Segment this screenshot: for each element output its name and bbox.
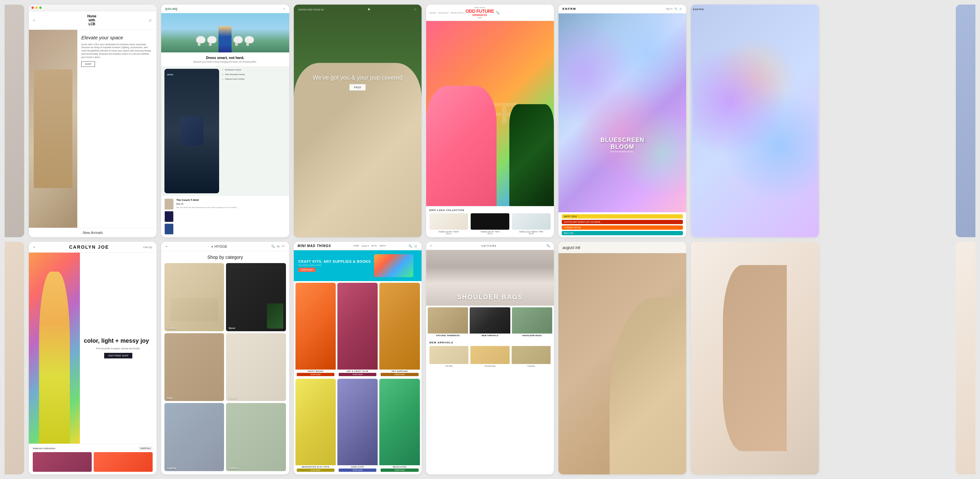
mini-cat-art-craft-glue[interactable]: ART & CRAFT GLUE SHOP NOW bbox=[337, 283, 378, 377]
sheep-5 bbox=[245, 36, 254, 43]
odd-search-icon[interactable]: 🔍 bbox=[496, 11, 500, 14]
lcb-browser-bar bbox=[29, 5, 157, 11]
valitude-cat-shoulder[interactable]: SHOULDER BAGS bbox=[512, 307, 552, 337]
valitude-cat-shoulder-label: SHOULDER BAGS bbox=[512, 334, 552, 337]
odd-product-3[interactable]: Dripping Logo Longshore - White $65.00 bbox=[512, 213, 550, 235]
hygge-cat-furniture[interactable]: Furniture bbox=[164, 263, 224, 331]
valitude-menu[interactable]: ≡ bbox=[430, 244, 432, 247]
card-home-lcb: ≡ Home with LCB 🛒 Elevate your space Hom… bbox=[29, 5, 157, 237]
mini-cat-hair-clips[interactable]: HAIR CLIPS SHOP NOW bbox=[337, 379, 378, 473]
lcb-menu-icon[interactable]: ≡ bbox=[33, 19, 35, 22]
lcb-description: Home with LCB is your destination for ti… bbox=[81, 43, 153, 59]
odd-nav-mystery[interactable]: Mystery Boxes bbox=[451, 12, 463, 14]
mini-cat-hair-clips-btn[interactable]: SHOP NOW bbox=[339, 468, 376, 472]
lcb-cart-icon[interactable]: 🛒 bbox=[149, 19, 152, 22]
hygge-menu[interactable]: ≡ bbox=[166, 245, 167, 248]
odd-nav-apparel[interactable]: Apparel bbox=[430, 12, 436, 14]
odd-product-2[interactable]: Dripping Logo Tee - Black $40.00 bbox=[471, 213, 509, 235]
tshirt-thumb-1[interactable] bbox=[164, 199, 173, 210]
bloom-link-justice[interactable]: JUSTICE ART BURN? LET US KNOW bbox=[562, 220, 683, 224]
mini-search-icon[interactable]: 🔍 bbox=[409, 244, 412, 248]
mini-cat-craft-boxes[interactable]: CRAFT BOXES SHOP NOW bbox=[296, 283, 336, 377]
lcb-shop-button[interactable]: SHOP bbox=[81, 61, 95, 67]
mini-cat-craft-boxes-btn[interactable]: SHOP NOW bbox=[297, 373, 334, 376]
aloha-bag-image bbox=[180, 116, 204, 146]
sheep-2 bbox=[207, 36, 216, 43]
mini-cart-icon[interactable]: 🛒 bbox=[414, 244, 418, 248]
valitude-bag-name-1: Tote Bag bbox=[430, 365, 468, 367]
pups-faqs-button[interactable]: FAQS bbox=[350, 84, 366, 91]
bloom-link-happy[interactable]: HAPPY 2024! bbox=[562, 214, 683, 218]
odd-product-img-2 bbox=[471, 213, 509, 230]
carolyn-hero: color, light + messy joy Fine art prints… bbox=[29, 253, 157, 444]
valitude-bag-img-1 bbox=[430, 346, 468, 364]
bloom-hero: BLUESCREEN BLOOM The first fashion found… bbox=[558, 13, 686, 212]
valitude-header: ≡ valitude 🔍 bbox=[426, 242, 554, 250]
mini-nav-shop[interactable]: SHOP ▾ bbox=[362, 245, 369, 247]
partial-card-left-top bbox=[5, 5, 24, 237]
hygge-cat-lighting[interactable]: Lighting bbox=[164, 403, 224, 471]
mini-cat-craft-boxes-label: CRAFT BOXES bbox=[296, 369, 336, 373]
bloom-search-icon[interactable]: 🔍 bbox=[675, 8, 677, 10]
mini-cat-art-supplies-btn[interactable]: SHOP NOW bbox=[380, 373, 418, 376]
aloha-headline: Dress smart, not hard. bbox=[166, 56, 284, 60]
valitude-bag-3[interactable]: Handbag bbox=[512, 346, 550, 367]
valitude-cat-satchel[interactable]: SATCHEL HANDBAGS bbox=[428, 307, 468, 337]
tshirt-thumb-3[interactable] bbox=[164, 223, 173, 235]
sheep-4 bbox=[234, 36, 243, 43]
pups-dispatched: DISPATCHED FROM NZ bbox=[298, 8, 324, 11]
carolyn-collection-img-1[interactable] bbox=[33, 452, 92, 472]
hygge-furniture-img bbox=[164, 263, 224, 331]
valitude-bag-img-3 bbox=[512, 346, 550, 364]
pups-cart[interactable]: 🛒 bbox=[414, 8, 417, 11]
hygge-cat-rugs[interactable]: Rugs bbox=[164, 333, 224, 401]
mini-cat-play-toys[interactable]: IMAGINATIVE PLAY TOYS SHOP NOW bbox=[296, 379, 336, 473]
bloom-signin[interactable]: Sign in bbox=[665, 8, 673, 10]
mini-nav-home[interactable]: HOME bbox=[353, 245, 359, 247]
mini-nav-about[interactable]: ABOUT bbox=[380, 245, 387, 247]
mini-hero-btn[interactable]: SHOP NOW bbox=[298, 268, 315, 272]
valitude-search-icon[interactable]: 🔍 bbox=[546, 244, 550, 247]
odd-product-1[interactable]: Dripping Logo Tee - Natural $40.00 bbox=[430, 213, 468, 235]
mini-cat-necklaces-btn[interactable]: SHOP NOW bbox=[380, 468, 418, 472]
mini-hero-sub: Fun stuff for curious minds bbox=[298, 264, 371, 266]
lcb-footer: New Arrivals bbox=[29, 228, 157, 237]
tshirt-thumb-2[interactable] bbox=[164, 211, 173, 222]
mini-cat-necklaces[interactable]: NECKLACES SHOP NOW bbox=[379, 379, 420, 473]
hygge-bag-count: (2) bbox=[282, 245, 285, 248]
mini-cat-art-supplies[interactable]: ART SUPPLIES SHOP NOW bbox=[379, 283, 420, 377]
bloom-cart-icon[interactable]: 🛒 bbox=[679, 8, 682, 10]
bloom-flowers-bg bbox=[558, 13, 686, 212]
partial-card-right-top bbox=[956, 5, 975, 237]
carolyn-shop-all-btn[interactable]: SHOP ALL bbox=[138, 447, 153, 450]
carolyn-menu[interactable]: ≡ bbox=[33, 246, 35, 249]
carolyn-cart[interactable]: Cart (0) bbox=[143, 246, 152, 249]
bloom-links-section: HAPPY 2024! JUSTICE ART BURN? LET US KNO… bbox=[558, 212, 686, 237]
aloha-man bbox=[218, 26, 232, 53]
carolyn-collection-img-2[interactable] bbox=[94, 452, 153, 472]
carolyn-mural-photo bbox=[29, 253, 80, 444]
odd-product-img-1 bbox=[430, 213, 468, 230]
aloha-text-section: Dress smart, not hard. Because your brai… bbox=[161, 53, 289, 66]
valitude-bag-1[interactable]: Tote Bag bbox=[430, 346, 468, 367]
hygge-search-icon[interactable]: 🔍 bbox=[271, 245, 275, 248]
hygge-cat-decor[interactable]: Decor bbox=[226, 263, 286, 331]
valitude-bag-2[interactable]: Shoulder Bag bbox=[470, 346, 509, 367]
odd-nav-sale[interactable]: Sale bbox=[478, 17, 482, 19]
odd-product-price-1: $40.00 bbox=[430, 232, 468, 235]
mini-cat-play-toys-btn[interactable]: SHOP NOW bbox=[297, 468, 334, 472]
odd-nav-accessories[interactable]: Accessories bbox=[438, 12, 449, 14]
aloha-close[interactable]: ✕ bbox=[283, 8, 285, 10]
valitude-new-arrivals: NEW ARRIVALS Tote Bag Shoulder Bag Handb… bbox=[426, 339, 554, 369]
hygge-rugs-img bbox=[164, 333, 224, 401]
hygge-cat-textiles[interactable]: Textiles bbox=[226, 333, 286, 401]
mini-cat-art-craft-btn[interactable]: SHOP NOW bbox=[339, 373, 376, 376]
hygge-cat-outdoor[interactable]: Outdoor bbox=[226, 403, 286, 471]
bloom-link-welcome[interactable]: WELCOM... bbox=[562, 231, 683, 235]
bloom-link-pudding[interactable]: PUDDING ROOM bbox=[562, 225, 683, 230]
carolyn-text-block: color, light + messy joy Fine art prints… bbox=[80, 253, 157, 444]
hygge-bag-icon[interactable]: 🛍 bbox=[277, 245, 280, 248]
valitude-cat-new-arrivals[interactable]: NEW ARRIVALS bbox=[470, 307, 510, 337]
mini-nav-blog[interactable]: BLOG bbox=[371, 245, 377, 247]
carolyn-visit-btn[interactable]: VISIT PRINT SHOP bbox=[104, 353, 132, 358]
